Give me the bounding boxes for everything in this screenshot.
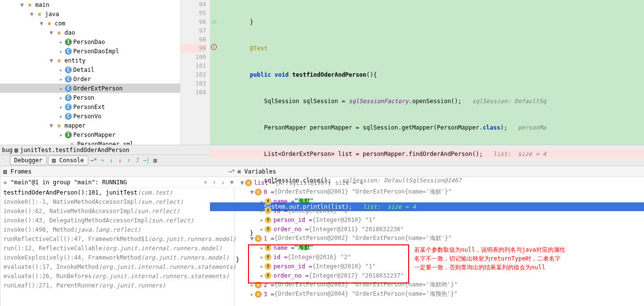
- frames-icon: ▤: [3, 168, 7, 175]
- var-row-list[interactable]: ▼≡list = {ArrayList@1997} size = 4: [235, 178, 643, 187]
- var-row-field[interactable]: ▸fname = "海默": [235, 197, 643, 206]
- tree-node-main[interactable]: ▼▣main: [0, 0, 180, 9]
- class-icon: C: [65, 94, 72, 101]
- chevron-down-icon[interactable]: ▼: [49, 29, 54, 36]
- chevron-right-icon[interactable]: ▸: [59, 66, 63, 73]
- tab-debugger[interactable]: Debugger: [10, 155, 47, 165]
- tree-label: Order: [73, 76, 91, 83]
- stack-frame[interactable]: invokeExplosively():44, FrameworkMethod …: [0, 253, 239, 262]
- tree-label: PersonExt: [73, 104, 105, 110]
- chevron-right-icon[interactable]: ▸: [259, 207, 265, 214]
- tree-node-personext[interactable]: ▸CPersonExt: [0, 102, 180, 111]
- code-line[interactable]: @Test: [210, 44, 644, 53]
- call-stack[interactable]: testfindOderAndPerson():101, junitTest (…: [0, 188, 239, 306]
- variables-title: Variables: [244, 168, 276, 175]
- tree-node-persondaoimpl[interactable]: ▸CPersonDaoImpl: [0, 46, 180, 56]
- var-row-element[interactable]: ▸≡3 = {OrderExtPerson@2004} "OrderExtPer…: [235, 289, 643, 299]
- var-row-field[interactable]: ▸fperson_id = {Integer@2010} "1": [235, 215, 643, 224]
- step-into-icon[interactable]: ↓: [107, 157, 116, 164]
- chevron-right-icon[interactable]: ▸: [59, 113, 63, 120]
- tree-node-com[interactable]: ▼▣com: [0, 19, 180, 28]
- dropdown-icon[interactable]: ▾: [201, 179, 210, 186]
- tree-node-dao[interactable]: ▼▣dao: [0, 28, 180, 37]
- tree-node-order[interactable]: ▸COrder: [0, 74, 180, 84]
- tree-node-java[interactable]: ▼▣java: [0, 9, 180, 19]
- tree-node-person[interactable]: ▸CPerson: [0, 93, 180, 102]
- frames-title: Frames: [10, 168, 31, 175]
- chevron-right-icon[interactable]: ▸: [59, 76, 63, 83]
- chevron-down-icon[interactable]: ▼: [39, 20, 44, 27]
- tree-node-mapper[interactable]: ▼▣mapper: [0, 121, 180, 130]
- chevron-right-icon[interactable]: ▸: [59, 104, 63, 110]
- chevron-down-icon[interactable]: ▼: [249, 235, 255, 242]
- run-to-cursor-icon[interactable]: →|: [142, 157, 151, 164]
- stack-frame[interactable]: runLeaf():271, ParentRunner (org.junit.r…: [0, 281, 239, 290]
- code-editor[interactable]: 94 95 96⟳ 97 98 99✓ 100 101 102 103 104 …: [181, 0, 644, 145]
- tree-label: main: [35, 1, 49, 8]
- chevron-down-icon[interactable]: ▼: [249, 189, 255, 196]
- variables-header: ≡ Variables: [234, 166, 644, 177]
- stack-frame[interactable]: evaluate():17, InvokeMethod (org.junit.i…: [0, 262, 239, 271]
- class-icon: C: [65, 85, 72, 92]
- code-line[interactable]: SqlSession sqlSession = sqlSessionFactor…: [210, 97, 644, 106]
- code-line[interactable]: }: [210, 18, 644, 26]
- thread-icon: ◆: [3, 179, 7, 186]
- code-area[interactable]: } @Test public void testfindOderAndPerso…: [210, 0, 644, 145]
- tab-console[interactable]: ▤ Console: [48, 155, 88, 165]
- step-over-icon[interactable]: ↷: [98, 157, 107, 164]
- chevron-right-icon[interactable]: ▸: [59, 85, 63, 92]
- var-row-element[interactable]: ▼≡0 = {OrderExtPerson@2001} "OrderExtPer…: [235, 187, 643, 197]
- code-line[interactable]: PersonMapper personMapper = sqlSession.g…: [210, 123, 644, 132]
- drop-frame-icon[interactable]: ⤴: [133, 157, 142, 164]
- class-icon: C: [65, 104, 72, 110]
- stack-frame[interactable]: invoke():43, DelegatingMethodAccessorImp…: [0, 216, 239, 225]
- stack-frame[interactable]: invoke0():-1, NativeMethodAccessorImpl (…: [0, 197, 239, 206]
- package-icon: ▣: [55, 122, 63, 130]
- force-step-into-icon[interactable]: ↓: [116, 157, 125, 164]
- field-icon: f: [265, 217, 271, 223]
- tree-node-personmapperxml[interactable]: ▤PersonMapper.xml: [0, 139, 180, 145]
- thread-selector[interactable]: ◆ "main"@1 in group "main": RUNNING ▾ ↑ …: [0, 177, 239, 188]
- stack-frame[interactable]: run():12, ReflectiveCallable (org.junit.…: [0, 243, 239, 253]
- chevron-right-icon[interactable]: ▸: [259, 198, 265, 205]
- editor-gutter: 94 95 96⟳ 97 98 99✓ 100 101 102 103 104: [181, 0, 210, 145]
- chevron-right-icon[interactable]: ▸: [59, 94, 63, 101]
- tree-node-personvo[interactable]: ▸CPersonVo: [0, 111, 180, 121]
- stack-frame[interactable]: invoke():498, Method (java.lang.reflect): [0, 225, 239, 234]
- step-out-icon[interactable]: ↑: [125, 157, 133, 164]
- mute-icon[interactable]: →*: [89, 157, 98, 164]
- chevron-down-icon[interactable]: ▼: [29, 11, 34, 18]
- chevron-down-icon[interactable]: ▼: [49, 57, 54, 64]
- tree-node-detail[interactable]: ▸CDetail: [0, 65, 180, 74]
- chevron-right-icon[interactable]: ▸: [59, 39, 63, 45]
- chevron-right-icon[interactable]: ▸: [249, 291, 255, 298]
- tree-label: dao: [64, 29, 75, 36]
- code-line[interactable]: List<OrderExtPerson> list = personMapper…: [210, 150, 644, 158]
- evaluate-icon[interactable]: ▦: [151, 157, 160, 164]
- chevron-right-icon[interactable]: ▸: [59, 48, 63, 55]
- code-line[interactable]: public void testfindOderAndPerson(){: [210, 70, 644, 79]
- stack-frame[interactable]: testfindOderAndPerson():101, junitTest (…: [0, 188, 239, 197]
- var-row-field[interactable]: ▸fid = {Integer@2010} "1": [235, 206, 643, 215]
- tree-node-persondao[interactable]: ▸IPersonDao: [0, 37, 180, 46]
- annotation-box: [248, 244, 409, 284]
- stack-frame[interactable]: invoke():62, NativeMethodAccessorImpl (s…: [0, 206, 239, 216]
- chevron-right-icon[interactable]: ▸: [59, 131, 63, 138]
- stack-frame[interactable]: runReflectiveCall():47, FrameworkMethod$…: [0, 234, 239, 243]
- tree-node-entity[interactable]: ▼▣entity: [0, 56, 180, 65]
- var-row-field[interactable]: ▸forder_no = {Integer@2011} "2018032236": [235, 224, 643, 234]
- tree-node-personmapper[interactable]: ▸IPersonMapper: [0, 130, 180, 139]
- frames-header: ▤ Frames →*: [0, 166, 239, 177]
- chevron-down-icon[interactable]: ▼: [20, 1, 24, 8]
- chevron-down-icon[interactable]: ▼: [239, 179, 245, 186]
- line-number: 102: [181, 70, 206, 79]
- tree-node-orderextperson[interactable]: ▸COrderExtPerson: [0, 84, 180, 93]
- variables-panel[interactable]: ▼≡list = {ArrayList@1997} size = 4 ▼≡0 =…: [234, 177, 644, 306]
- chevron-right-icon[interactable]: ▸: [259, 226, 265, 233]
- var-row-element[interactable]: ▼≡1 = {OrderExtPerson@2002} "OrderExtPer…: [235, 234, 643, 243]
- tree-label: PersonDao: [73, 39, 105, 45]
- project-tree[interactable]: ▼▣main ▼▣java ▼▣com ▼▣dao ▸IPersonDao ▸C…: [0, 0, 181, 145]
- chevron-right-icon[interactable]: ▸: [259, 217, 265, 223]
- stack-frame[interactable]: evaluate():26, RunBefores (org.junit.int…: [0, 271, 239, 281]
- chevron-down-icon[interactable]: ▼: [49, 122, 54, 129]
